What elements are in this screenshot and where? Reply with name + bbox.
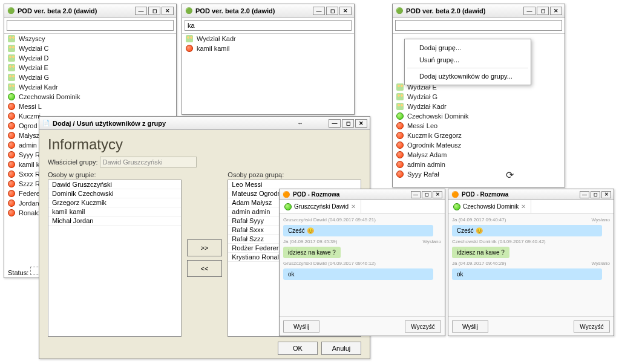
- context-menu-remove-group[interactable]: Usuń grupę...: [405, 54, 531, 66]
- status-offline-icon: [8, 180, 15, 187]
- chat-titlebar[interactable]: 🟠 POD - Rozmowa — ◻ ✕: [448, 189, 614, 200]
- status-offline-icon: [396, 141, 404, 149]
- dialog-titlebar[interactable]: 📄 Dodaj / Usuń użytkowników z grupy ↔ — …: [39, 117, 370, 130]
- list-item[interactable]: Wydział Kadr: [182, 34, 354, 44]
- remove-from-group-button[interactable]: <<: [187, 260, 222, 277]
- close-button[interactable]: ✕: [339, 7, 352, 15]
- listbox-item[interactable]: Michał Jordan: [48, 216, 181, 226]
- list-item[interactable]: Wydział Kadr: [393, 102, 565, 111]
- chat-messages[interactable]: Gruszczyński Dawid (04.09.2017 09:45:21)…: [280, 213, 445, 316]
- maximize-button[interactable]: ◻: [422, 191, 431, 198]
- titlebar[interactable]: 🟢 POD ver. beta 2.0 (dawid) — ◻ ✕: [4, 4, 176, 18]
- contact-list[interactable]: Wydział Kadrkamil kamil: [182, 34, 354, 114]
- status-offline-icon: [8, 122, 15, 129]
- dialog-minimize-button[interactable]: —: [329, 119, 341, 128]
- listbox-item[interactable]: kamil kamil: [48, 207, 181, 216]
- chat-tab-label: Gruszczyński Dawid: [294, 203, 349, 210]
- list-item-label: Kuczmi: [19, 112, 41, 120]
- list-item[interactable]: Czechowski Dominik: [393, 111, 565, 121]
- list-item[interactable]: Wydział G: [4, 73, 176, 82]
- clear-button[interactable]: Wyczyść: [574, 320, 610, 333]
- close-button[interactable]: ✕: [162, 7, 174, 15]
- status-offline-icon: [8, 132, 15, 139]
- search-input[interactable]: [395, 20, 562, 31]
- group-icon: [8, 35, 15, 42]
- list-item[interactable]: Wydział Kadr: [4, 82, 176, 92]
- list-item-label: Ogrodnik Mateusz: [407, 141, 461, 149]
- clear-button[interactable]: Wyczyść: [405, 320, 441, 333]
- listbox-item[interactable]: Dominik Czechowski: [48, 189, 181, 198]
- maximize-button[interactable]: ◻: [148, 7, 160, 15]
- list-item[interactable]: Małysz Adam: [393, 150, 565, 160]
- titlebar[interactable]: 🟢 POD ver. beta 2.0 (dawid) — ◻ ✕: [182, 4, 354, 18]
- dialog-close-button[interactable]: ✕: [355, 119, 367, 128]
- people-in-listbox[interactable]: Dawid GruszczyńskiDominik CzechowskiGrze…: [48, 180, 182, 337]
- close-button[interactable]: ✕: [601, 191, 611, 198]
- status-offline-icon: [396, 151, 404, 158]
- chat-messages[interactable]: Ja (04.09.2017 09:40:47)WysłanoCześć 😊Cz…: [448, 213, 614, 316]
- context-menu-add-group[interactable]: Dodaj grupę...: [405, 42, 531, 54]
- ok-button[interactable]: OK: [278, 342, 318, 355]
- listbox-item[interactable]: Grzegorz Kuczmik: [48, 198, 181, 207]
- list-item[interactable]: Wszyscy: [4, 34, 176, 44]
- list-item[interactable]: Messi L: [4, 102, 176, 111]
- maximize-button[interactable]: ◻: [591, 191, 600, 198]
- list-item[interactable]: Wydział E: [4, 63, 176, 73]
- titlebar[interactable]: 🟢 POD ver. beta 2.0 (dawid) — ◻ ✕: [393, 4, 565, 18]
- list-item[interactable]: admin admin: [393, 160, 565, 169]
- listbox-item[interactable]: Dawid Gruszczyński: [48, 180, 181, 189]
- message-bubble: Cześć 😊: [283, 225, 433, 236]
- minimize-button[interactable]: —: [135, 7, 147, 15]
- group-name-heading: Informatycy: [48, 136, 361, 153]
- list-item[interactable]: Syyy Rafał: [393, 169, 565, 179]
- move-handle-icon[interactable]: ↔: [297, 120, 303, 126]
- dialog-maximize-button[interactable]: ◻: [342, 119, 354, 128]
- listbox-item[interactable]: Leo Messi: [228, 180, 361, 189]
- list-item[interactable]: Wydział D: [4, 53, 176, 63]
- list-item-label: Szzz R: [19, 180, 40, 187]
- context-menu-separator: [407, 68, 528, 68]
- list-item[interactable]: kamil kamil: [182, 44, 354, 53]
- maximize-button[interactable]: ◻: [537, 7, 549, 15]
- send-button[interactable]: Wyślij: [283, 320, 319, 333]
- status-offline-icon: [186, 45, 193, 52]
- cancel-button[interactable]: Anuluj: [321, 342, 361, 355]
- minimize-button[interactable]: —: [580, 191, 589, 198]
- list-item-label: kamil kamil: [197, 45, 229, 52]
- minimize-button[interactable]: —: [313, 7, 325, 15]
- search-input[interactable]: [7, 20, 174, 31]
- status-offline-icon: [8, 200, 15, 207]
- list-item-label: admin admin: [407, 161, 445, 168]
- group-icon: [396, 103, 404, 110]
- tab-close-icon[interactable]: ✕: [521, 203, 526, 210]
- chat-tab[interactable]: Czechowski Dominik ✕: [448, 200, 531, 213]
- group-icon: [396, 93, 404, 100]
- list-item[interactable]: Czechowski Dominik: [4, 92, 176, 102]
- minimize-button[interactable]: —: [411, 191, 421, 198]
- chat-tab[interactable]: Gruszczyński Dawid ✕: [280, 200, 361, 213]
- list-item-label: Wydział Kadr: [19, 83, 58, 91]
- close-button[interactable]: ✕: [433, 191, 442, 198]
- tab-close-icon[interactable]: ✕: [351, 203, 356, 210]
- status-offline-icon: [8, 161, 15, 168]
- list-item[interactable]: Kuczmik Grzegorz: [393, 131, 565, 140]
- app-icon: 🟢: [395, 7, 404, 15]
- list-item[interactable]: Wydział G: [393, 92, 565, 102]
- list-item-label: Syyy Rafał: [407, 171, 439, 178]
- close-button[interactable]: ✕: [550, 7, 562, 15]
- search-input[interactable]: [185, 20, 352, 31]
- list-item[interactable]: Wydział C: [4, 44, 176, 53]
- minimize-button[interactable]: —: [523, 7, 535, 15]
- add-to-group-button[interactable]: >>: [187, 239, 222, 256]
- context-menu-add-users[interactable]: Dodaj użytkowników do grupy...: [405, 70, 531, 82]
- maximize-button[interactable]: ◻: [326, 7, 338, 15]
- list-item[interactable]: Ogrodnik Mateusz: [393, 140, 565, 150]
- chat-titlebar[interactable]: 🟠 POD - Rozmowa — ◻ ✕: [280, 189, 445, 200]
- group-icon: [8, 74, 15, 81]
- list-item-label: Messi Leo: [407, 122, 437, 129]
- send-button[interactable]: Wyślij: [452, 320, 488, 333]
- status-icon: [453, 203, 460, 210]
- list-item[interactable]: Messi Leo: [393, 121, 565, 131]
- status-label: Status:: [8, 269, 28, 276]
- status-online-icon: [396, 112, 404, 120]
